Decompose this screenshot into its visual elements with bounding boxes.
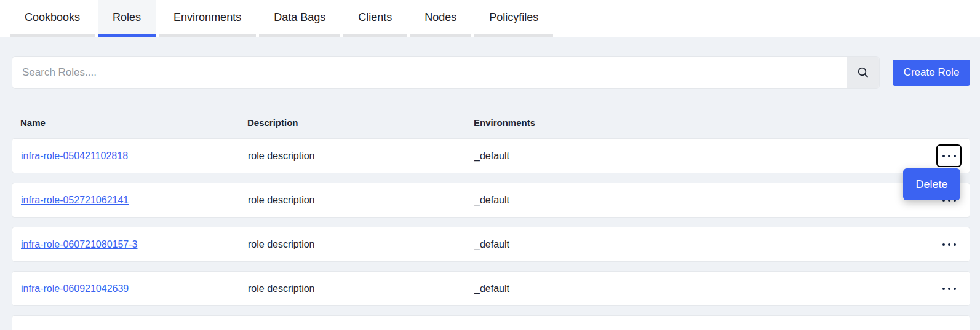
role-description: role description <box>248 151 474 162</box>
column-header-description: Description <box>247 117 474 128</box>
column-header-environments: Environments <box>474 117 919 128</box>
ellipsis-icon <box>942 288 956 290</box>
role-description: role description <box>248 283 474 294</box>
table-header: Name Description Environments <box>12 106 970 138</box>
tab-roles[interactable]: Roles <box>98 0 156 37</box>
table-row <box>12 315 970 330</box>
role-name-link[interactable]: infra-role-060721080157-3 <box>21 239 248 250</box>
role-environments: _default <box>474 239 918 250</box>
tab-label: Nodes <box>424 11 456 24</box>
search-icon <box>856 66 870 79</box>
infrastructure-tab-bar: Cookbooks Roles Environments Data Bags C… <box>0 0 980 37</box>
ellipsis-icon <box>942 243 956 246</box>
ellipsis-icon <box>942 155 956 157</box>
tab-label: Cookbooks <box>25 11 80 24</box>
role-name-link[interactable]: infra-role-052721062141 <box>21 195 248 206</box>
table-row: infra-role-050421102818 role description… <box>12 138 970 173</box>
tab-environments[interactable]: Environments <box>159 0 256 37</box>
tab-policyfiles[interactable]: Policyfiles <box>474 0 553 37</box>
roles-page: Create Role Name Description Environment… <box>0 56 980 330</box>
role-description: role description <box>248 195 474 206</box>
tab-label: Roles <box>113 11 141 24</box>
table-row: infra-role-060921042639 role description… <box>12 271 970 306</box>
roles-toolbar: Create Role <box>12 56 970 89</box>
search-input[interactable] <box>12 57 847 88</box>
role-environments: _default <box>474 151 918 162</box>
tab-clients[interactable]: Clients <box>343 0 407 37</box>
search-bar <box>12 56 880 89</box>
search-button[interactable] <box>847 57 879 88</box>
tab-cookbooks[interactable]: Cookbooks <box>10 0 95 37</box>
more-actions-button[interactable] <box>936 233 962 256</box>
table-row: infra-role-060721080157-3 role descripti… <box>12 227 970 262</box>
more-actions-button[interactable] <box>936 144 962 167</box>
more-actions-button[interactable] <box>936 277 962 300</box>
tab-label: Environments <box>173 11 241 24</box>
tab-nodes[interactable]: Nodes <box>410 0 471 37</box>
role-name-link[interactable]: infra-role-060921042639 <box>21 283 248 294</box>
create-role-button[interactable]: Create Role <box>893 60 970 86</box>
table-row: infra-role-052721062141 role description… <box>12 183 970 218</box>
role-name-link[interactable]: infra-role-050421102818 <box>21 151 248 162</box>
column-header-name: Name <box>20 117 247 128</box>
delete-menu-item[interactable]: Delete <box>903 168 960 200</box>
role-environments: _default <box>474 283 918 294</box>
tab-label: Data Bags <box>274 11 325 24</box>
tab-data-bags[interactable]: Data Bags <box>259 0 340 37</box>
tab-label: Clients <box>358 11 392 24</box>
role-description: role description <box>248 239 474 250</box>
tab-label: Policyfiles <box>489 11 538 24</box>
role-environments: _default <box>474 195 918 206</box>
